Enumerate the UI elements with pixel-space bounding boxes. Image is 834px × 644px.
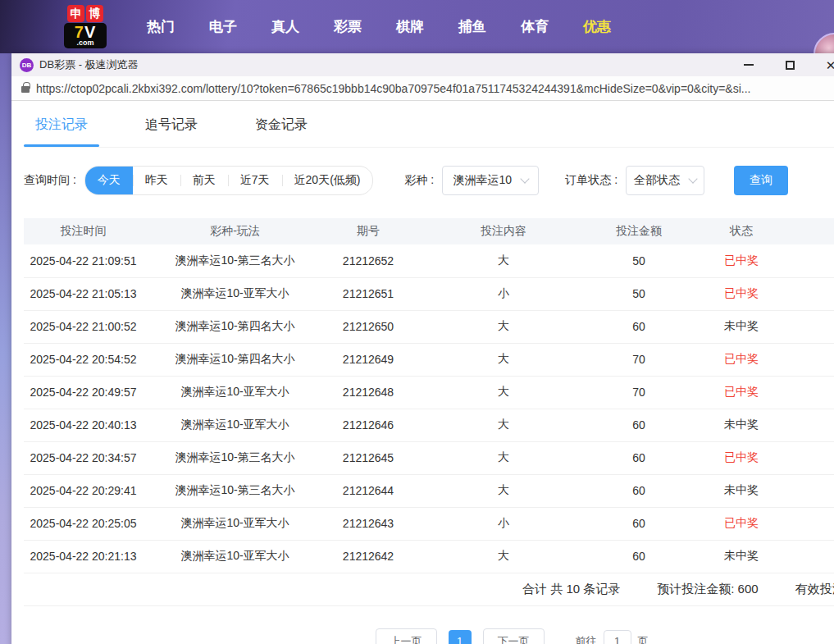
time-filter-option[interactable]: 今天 (85, 166, 133, 195)
nav-item[interactable]: 优惠 (566, 17, 628, 36)
bet-amount-cell: 50 (598, 244, 680, 277)
tab-bet-records[interactable]: 投注记录 (24, 116, 99, 147)
filter-bar: 查询时间 : 今天 昨天 前天 近7天 近20天(低频) 彩种 : 澳洲幸运10 (24, 166, 834, 195)
bet-time-cell: 2025-04-22 21:05:13 (24, 277, 143, 310)
status-cell: 已中奖 (680, 343, 803, 376)
tab-fund-records[interactable]: 资金记录 (244, 116, 319, 147)
bet-time-cell: 2025-04-22 20:49:57 (24, 376, 143, 409)
expected-amount-text: 预计投注金额: 600 (657, 582, 758, 597)
table-row: 2025-04-22 20:49:57 澳洲幸运10-亚军大小 21212648… (24, 376, 834, 409)
bet-content-cell: 小 (409, 277, 598, 310)
order-status-select[interactable]: 全部状态 (626, 166, 704, 195)
maximize-button[interactable] (779, 56, 800, 74)
time-filter-option[interactable]: 近20天(低频) (282, 166, 373, 195)
game-play-cell: 澳洲幸运10-亚军大小 (143, 507, 327, 540)
goto-page: 前往 页 (576, 630, 649, 644)
tab-chase-records[interactable]: 追号记录 (134, 116, 209, 147)
bet-amount-cell: 60 (598, 540, 680, 573)
bet-amount-cell: 60 (598, 409, 680, 441)
bet-time-cell: 2025-04-22 21:09:51 (24, 244, 143, 277)
bet-time-cell: 2025-04-22 20:40:13 (24, 409, 143, 441)
page-number-button[interactable]: 1 (449, 630, 472, 644)
goto-page-suffix: 页 (638, 634, 649, 644)
table-row: 2025-04-22 20:40:13 澳洲幸运10-亚军大小 21212646… (24, 409, 834, 441)
url-bar[interactable]: https://ctop02pcali.2kbxi392.com/lottery… (11, 76, 834, 101)
period-cell: 21212645 (327, 441, 409, 474)
prev-page-button[interactable]: 上一页 (376, 628, 437, 644)
lottery-select[interactable]: 澳洲幸运10 (442, 166, 539, 195)
minimize-button[interactable] (738, 56, 759, 74)
logo-badge-shen: 申 (67, 5, 84, 22)
ssl-lock-icon (21, 86, 30, 93)
table-row: 2025-04-22 20:54:52 澳洲幸运10-第四名大小 2121264… (24, 343, 834, 376)
nav-item[interactable]: 棋牌 (379, 17, 441, 36)
table-row: 2025-04-22 20:21:13 澳洲幸运10-亚军大小 21212642… (24, 540, 834, 573)
goto-label: 前往 (576, 634, 597, 644)
nav-item[interactable]: 彩票 (317, 17, 379, 36)
page-content: 投注记录 追号记录 资金记录 查询时间 : 今天 昨天 前天 近7天 近20天(… (11, 101, 834, 644)
game-play-cell: 澳洲幸运10-亚军大小 (143, 540, 327, 573)
status-cell: 已中奖 (680, 507, 803, 540)
bet-time-cell: 2025-04-22 20:21:13 (24, 540, 143, 573)
nav-item[interactable]: 捕鱼 (441, 17, 504, 36)
logo-7v-text: 7V (75, 24, 96, 40)
table-row: 2025-04-22 20:34:57 澳洲幸运10-第三名大小 2121264… (24, 441, 834, 474)
nav-item[interactable]: 热门 (130, 17, 192, 36)
time-filter-option[interactable]: 昨天 (133, 166, 180, 195)
period-cell: 21212649 (327, 343, 409, 376)
pagination: 上一页 1 下一页 前往 页 (69, 628, 834, 644)
site-logo[interactable]: 申 博 7V .com (62, 5, 108, 48)
nav-item[interactable]: 体育 (504, 17, 566, 36)
status-cell: 已中奖 (680, 376, 803, 409)
site-navbar: 申 博 7V .com 热门 电子 真人 彩票 棋牌 捕鱼 体育 优惠 (0, 0, 834, 53)
bet-amount-cell: 60 (598, 507, 680, 540)
bet-content-cell: 大 (409, 441, 598, 474)
window-titlebar[interactable]: DB DB彩票 - 极速浏览器 ✕ (11, 53, 834, 76)
header-bet-content: 投注内容 (409, 218, 598, 244)
period-cell: 21212644 (327, 474, 409, 507)
logo-com-text: .com (76, 39, 93, 47)
period-cell: 21212643 (327, 507, 409, 540)
table-header: 投注时间 彩种-玩法 期号 投注内容 投注金额 状态 (24, 218, 834, 244)
chevron-down-icon (520, 174, 529, 183)
time-filter-option[interactable]: 前天 (180, 166, 228, 195)
game-play-cell: 澳洲幸运10-亚军大小 (143, 277, 327, 310)
browser-window: DB DB彩票 - 极速浏览器 ✕ https://ctop02pcali.2k… (11, 53, 834, 644)
bet-time-cell: 2025-04-22 20:34:57 (24, 441, 143, 474)
bet-content-cell: 大 (409, 540, 598, 573)
bet-amount-cell: 60 (598, 474, 680, 507)
table-row: 2025-04-22 21:05:13 澳洲幸运10-亚军大小 21212651… (24, 277, 834, 310)
site-nav-items: 热门 电子 真人 彩票 棋牌 捕鱼 体育 优惠 (130, 17, 628, 36)
bet-time-cell: 2025-04-22 21:00:52 (24, 310, 143, 343)
next-page-button[interactable]: 下一页 (483, 628, 545, 644)
time-filter-label: 查询时间 : (24, 173, 76, 188)
bet-content-cell: 大 (409, 310, 598, 343)
window-controls: ✕ (738, 53, 834, 76)
logo-badges: 申 博 (67, 5, 103, 22)
valid-amount-text: 有效投注金额: 600 (795, 582, 834, 597)
period-cell: 21212648 (327, 376, 409, 409)
time-filter-option[interactable]: 近7天 (228, 166, 282, 195)
bet-content-cell: 大 (409, 409, 598, 441)
bet-amount-cell: 70 (598, 376, 680, 409)
nav-item[interactable]: 真人 (254, 17, 317, 36)
url-text[interactable]: https://ctop02pcali.2kbxi392.com/lottery… (36, 82, 834, 95)
summary-bar: 合计 共 10 条记录 预计投注金额: 600 有效投注金额: 600 (24, 573, 834, 606)
bet-amount-cell: 50 (598, 277, 680, 310)
goto-page-input[interactable] (604, 630, 631, 644)
game-play-cell: 澳洲幸运10-第三名大小 (143, 441, 327, 474)
close-button[interactable]: ✕ (820, 56, 834, 74)
bet-records-table: 投注时间 彩种-玩法 期号 投注内容 投注金额 状态 2025-04-22 21… (24, 218, 834, 573)
bet-amount-cell: 60 (598, 441, 680, 474)
game-play-cell: 澳洲幸运10-亚军大小 (143, 376, 327, 409)
status-cell: 未中奖 (680, 474, 803, 507)
record-tabs: 投注记录 追号记录 资金记录 (24, 101, 834, 148)
bet-content-cell: 大 (409, 376, 598, 409)
search-button[interactable]: 查询 (734, 166, 788, 195)
status-cell: 已中奖 (680, 441, 803, 474)
lottery-filter-label: 彩种 : (404, 173, 434, 188)
header-bet-amount: 投注金额 (598, 218, 680, 244)
time-filter-group: 今天 昨天 前天 近7天 近20天(低频) (84, 166, 374, 195)
maximize-icon (786, 61, 795, 70)
nav-item[interactable]: 电子 (192, 17, 254, 36)
